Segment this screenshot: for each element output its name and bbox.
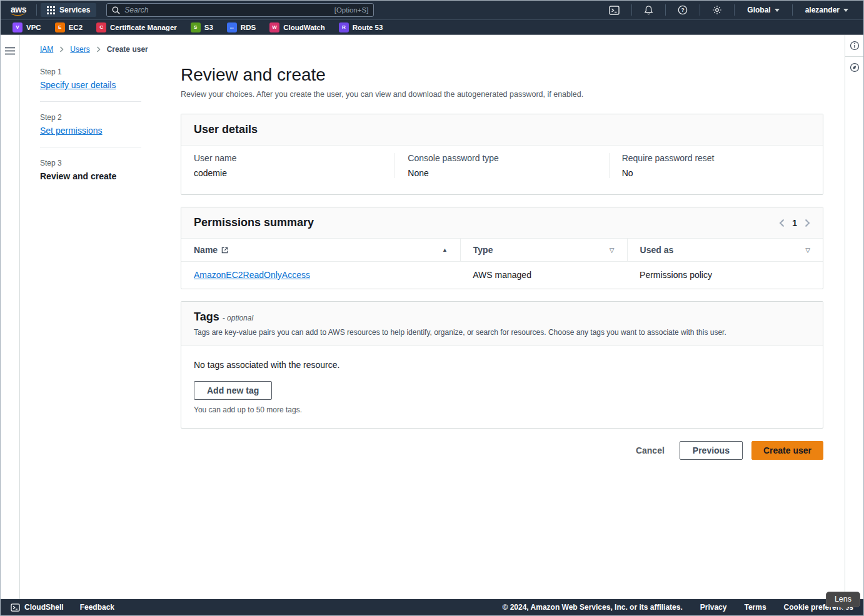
field-label: User name: [194, 153, 382, 163]
services-label: Services: [59, 6, 90, 14]
add-new-tag-button[interactable]: Add new tag: [194, 381, 272, 400]
favorite-certificate-manager[interactable]: C Certificate Manager: [91, 22, 183, 32]
help-button[interactable]: ?: [670, 5, 696, 15]
region-selector[interactable]: Global: [738, 6, 788, 14]
svg-text:?: ?: [681, 7, 685, 13]
permissions-table: Name ▲: [181, 239, 823, 289]
chevron-down-icon: [775, 9, 780, 12]
console-password-type-field: Console password type None: [394, 153, 608, 178]
certificate-manager-service-icon: C: [96, 22, 106, 32]
column-header-used-as[interactable]: Used as ▽: [627, 239, 823, 262]
breadcrumb-users-link[interactable]: Users: [70, 45, 89, 54]
column-label: Used as: [640, 245, 674, 255]
breadcrumb-current-page: Create user: [107, 45, 148, 54]
user-name-field: User name codemie: [181, 153, 394, 178]
field-value: None: [408, 168, 596, 178]
policy-link[interactable]: AmazonEC2ReadOnlyAccess: [194, 270, 310, 280]
favorite-label: RDS: [241, 24, 256, 31]
notifications-bell-button[interactable]: [636, 5, 661, 15]
tags-title: Tags - optional: [194, 310, 253, 323]
step-current-review-and-create: Review and create: [40, 171, 141, 181]
permissions-summary-header: Permissions summary 1: [181, 207, 823, 239]
vpc-service-icon: V: [13, 22, 23, 32]
favorite-ec2[interactable]: E EC2: [49, 22, 88, 32]
breadcrumb: IAM Users Create user: [20, 35, 845, 60]
pagination: 1: [779, 218, 810, 228]
breadcrumb-chevron-icon: [59, 46, 64, 52]
nav-divider: [700, 4, 700, 16]
permissions-summary-panel: Permissions summary 1: [181, 207, 823, 289]
global-search[interactable]: [Option+S]: [106, 3, 374, 17]
nav-divider: [36, 4, 37, 16]
breadcrumb-chevron-icon: [96, 46, 101, 52]
column-header-name[interactable]: Name ▲: [181, 239, 460, 262]
breadcrumb-iam-link[interactable]: IAM: [40, 45, 53, 54]
feedback-button[interactable]: Feedback: [80, 603, 114, 612]
lens-button[interactable]: Lens: [826, 592, 860, 607]
step-divider: [40, 101, 141, 102]
tags-panel: Tags - optional Tags are key-value pairs…: [181, 301, 823, 429]
cloudshell-icon: [11, 604, 20, 612]
previous-button[interactable]: Previous: [680, 441, 743, 460]
step-number: Step 3: [40, 159, 141, 167]
filter-icon[interactable]: ▽: [805, 247, 810, 254]
favorite-s3[interactable]: S S3: [185, 22, 219, 32]
favorite-cloudwatch[interactable]: W CloudWatch: [264, 22, 331, 32]
resource-explorer-button[interactable]: [845, 57, 863, 78]
account-menu[interactable]: alezander: [796, 6, 857, 14]
cloudshell-button[interactable]: [601, 6, 628, 15]
step-link-set-permissions[interactable]: Set permissions: [40, 126, 141, 136]
services-grid-icon: [47, 6, 55, 14]
sort-ascending-icon[interactable]: ▲: [442, 247, 448, 253]
table-row: AmazonEC2ReadOnlyAccess AWS managed Perm…: [181, 262, 823, 289]
tags-description: Tags are key-value pairs you can add to …: [194, 328, 810, 337]
cancel-button[interactable]: Cancel: [636, 445, 665, 455]
step-link-specify-user-details[interactable]: Specify user details: [40, 80, 141, 90]
favorite-rds[interactable]: ::: RDS: [221, 22, 261, 32]
favorites-bar: V VPC E EC2 C Certificate Manager S S3 :…: [1, 19, 863, 35]
pagination-current-page[interactable]: 1: [792, 218, 797, 228]
feedback-label: Feedback: [80, 603, 114, 612]
terms-link[interactable]: Terms: [744, 603, 766, 612]
tags-limit-message: You can add up to 50 more tags.: [194, 405, 810, 414]
page-title: Review and create: [181, 65, 823, 85]
column-header-type[interactable]: Type ▽: [460, 239, 627, 262]
favorite-label: S3: [204, 24, 213, 31]
policy-used-as-cell: Permissions policy: [627, 262, 823, 289]
search-input[interactable]: [124, 6, 329, 14]
user-details-title: User details: [194, 123, 258, 136]
pagination-next-button[interactable]: [805, 219, 810, 227]
main-area: IAM Users Create user Step 1 Specify use…: [20, 35, 845, 600]
services-menu-button[interactable]: Services: [41, 3, 96, 17]
favorite-label: Route 53: [353, 24, 383, 31]
route53-service-icon: R: [339, 22, 349, 32]
cloudshell-footer-button[interactable]: CloudShell: [11, 603, 64, 612]
nav-divider: [665, 4, 666, 16]
pagination-previous-button[interactable]: [779, 219, 785, 227]
settings-gear-button[interactable]: [704, 5, 730, 15]
hamburger-menu-button[interactable]: [1, 40, 19, 61]
nav-divider: [631, 4, 632, 16]
step-number: Step 2: [40, 113, 141, 122]
privacy-link[interactable]: Privacy: [700, 603, 727, 612]
favorite-label: VPC: [26, 24, 41, 31]
favorite-label: CloudWatch: [283, 24, 325, 31]
column-label: Name: [194, 245, 218, 255]
permissions-summary-title: Permissions summary: [194, 216, 314, 229]
tags-empty-message: No tags associated with the resource.: [194, 360, 810, 370]
field-label: Console password type: [408, 153, 596, 163]
wizard-steps-nav: Step 1 Specify user details Step 2 Set p…: [40, 60, 141, 460]
create-user-button[interactable]: Create user: [751, 441, 823, 460]
cloudshell-label: CloudShell: [24, 603, 64, 612]
filter-icon[interactable]: ▽: [610, 247, 615, 254]
field-label: Require password reset: [622, 153, 810, 163]
favorite-vpc[interactable]: V VPC: [7, 22, 47, 32]
wizard-actions: Cancel Previous Create user: [181, 441, 823, 460]
region-label: Global: [747, 6, 770, 14]
cloudwatch-service-icon: W: [269, 22, 279, 32]
nav-divider: [792, 4, 793, 16]
info-panel-button[interactable]: [845, 35, 863, 56]
favorite-route53[interactable]: R Route 53: [333, 22, 389, 32]
require-password-reset-field: Require password reset No: [609, 153, 823, 178]
aws-logo[interactable]: aws: [8, 4, 33, 16]
